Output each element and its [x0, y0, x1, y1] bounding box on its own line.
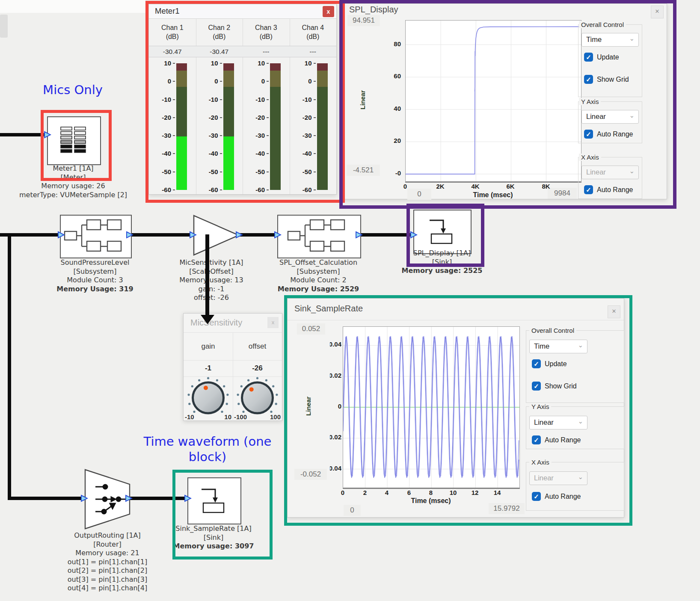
pin-port-icon: [410, 231, 418, 239]
meter-tick-label: 0: [246, 77, 265, 85]
channel-value: ---: [290, 46, 337, 57]
meter-tick-mark: [267, 153, 269, 154]
channel-unit: (dB): [149, 33, 196, 41]
channel-unit: (dB): [196, 33, 243, 41]
knob-max-label: 10: [224, 413, 231, 420]
meter-tick-label: -20: [152, 114, 171, 121]
close-button[interactable]: ✕: [608, 305, 620, 318]
knob-offset[interactable]: -100 100: [233, 376, 282, 421]
spl_display-label: SPL_Display [1A][Sink]Memory usage: 2525: [395, 249, 489, 275]
x-auto-range-checkbox[interactable]: Auto Range: [532, 492, 581, 501]
y-tick-labels-clipped: 0.040.020-0.02-0.04: [330, 326, 342, 487]
block-soundpressurelevel[interactable]: [60, 215, 132, 258]
meter-tick-label: -40: [246, 150, 265, 157]
y-tick-label: 0.02: [330, 372, 341, 379]
sink-plot-area[interactable]: [343, 326, 520, 489]
signal-wire[interactable]: [359, 233, 412, 237]
group-label: X Axis: [529, 459, 552, 466]
group-label: Y Axis: [529, 403, 551, 410]
block-micsensitivity-scaleoffset[interactable]: [192, 213, 242, 258]
close-button[interactable]: ✕: [651, 6, 664, 18]
meter-tick-mark: [267, 172, 269, 172]
meter-channel-3: Chan 3 (dB) --- 10 0 -10 -20 -30 -40 -50…: [243, 18, 290, 194]
signal-wire[interactable]: [0, 133, 45, 136]
overall-mode-select[interactable]: Time: [529, 340, 587, 353]
subsystem-icon: [63, 218, 127, 254]
channel-name: Chan 4: [290, 24, 337, 32]
meter-tick-label: -60: [293, 186, 312, 193]
meter-channels: Chan 1 (dB) -30.47 10 0 -10 -20 -30 -40 …: [149, 18, 336, 194]
signal-wire[interactable]: [238, 233, 276, 237]
note-mics-only: Mics Only: [26, 82, 120, 98]
sound_pressure_level-label: SoundPressureLevel[Subsystem]Module Coun…: [44, 258, 146, 293]
x-start-value: 0: [407, 189, 431, 200]
signal-wire[interactable]: [8, 497, 83, 500]
y-scale-select[interactable]: Linear: [581, 110, 639, 124]
close-button[interactable]: x: [323, 6, 334, 17]
sink-plot-svg: [343, 327, 519, 488]
channel-meter: 10 0 -10 -20 -30 -40 -50 -60: [243, 57, 290, 194]
channel-name: Chan 1: [149, 24, 196, 32]
knob-gain[interactable]: -10 10: [184, 376, 233, 421]
meter-tick-mark: [173, 63, 175, 64]
update-checkbox[interactable]: Update: [584, 53, 619, 62]
x-tick-label: 14: [484, 489, 510, 496]
checkbox-checked-icon: [584, 130, 593, 139]
scrollbar-thumb[interactable]: [0, 15, 8, 38]
signal-wire[interactable]: [8, 233, 11, 500]
meter-tick-label: -50: [246, 168, 265, 175]
show-grid-checkbox[interactable]: Show Grid: [584, 75, 629, 84]
x-tick-label: 8K: [533, 183, 559, 190]
meter-tick-label: -40: [152, 150, 171, 157]
meter-label: Meter1 [1A][Meter]Memory usage: 26meterT…: [13, 164, 133, 199]
label-line: Memory Usage: 2529: [263, 285, 374, 294]
close-icon: x: [327, 8, 330, 15]
update-checkbox[interactable]: Update: [532, 359, 567, 368]
block-spl-offset-calculation[interactable]: [277, 215, 361, 258]
y-min-value: -4.521: [347, 165, 380, 176]
show-grid-checkbox[interactable]: Show Grid: [532, 382, 577, 391]
meter-channel-2: Chan 2 (dB) -30.47 10 0 -10 -20 -30 -40 …: [196, 18, 243, 194]
meter-lit-level: [176, 136, 187, 190]
y-scale-select[interactable]: Linear: [529, 416, 587, 429]
label-line: [Subsystem]: [44, 267, 146, 276]
label-line: out[4] = pin[1].chan[4]: [52, 584, 163, 593]
label-line: SPL_Display [1A]: [395, 249, 489, 258]
meter-tick-mark: [314, 172, 316, 172]
meter-tick-label: -50: [293, 168, 312, 175]
window-titlebar[interactable]: Meter1 x: [149, 4, 336, 19]
block-sink-samplerate[interactable]: [187, 477, 241, 524]
block-meter1[interactable]: [47, 116, 101, 165]
y-auto-range-checkbox[interactable]: Auto Range: [532, 435, 581, 444]
meter-tick-mark: [220, 135, 222, 136]
meter-tick-mark: [220, 81, 222, 82]
param-name: gain: [184, 333, 233, 361]
x-auto-range-checkbox[interactable]: Auto Range: [584, 185, 633, 194]
spl-plot-area[interactable]: [405, 20, 581, 183]
checkbox-checked-icon: [532, 382, 541, 391]
y-tick-label: 80: [382, 40, 401, 47]
label-line: Memory usage: 2525: [395, 266, 489, 275]
signal-wire[interactable]: [128, 497, 185, 500]
group-label: X Axis: [579, 154, 601, 161]
x-scale-select[interactable]: Linear: [581, 166, 639, 179]
block-spl-display[interactable]: [413, 210, 472, 254]
window-title: SPL_Display: [349, 5, 398, 15]
meter-tick-label: 10: [246, 59, 265, 67]
y-axis-label: Linear: [305, 387, 312, 426]
y-auto-range-checkbox[interactable]: Auto Range: [584, 130, 633, 139]
meter-tick-mark: [220, 189, 222, 190]
close-button[interactable]: x: [267, 317, 279, 328]
label-line: MicSensitivity [1A]: [164, 258, 258, 267]
channel-meter: 10 0 -10 -20 -30 -40 -50 -60: [196, 57, 243, 194]
label-line: [Router]: [52, 540, 163, 549]
overall-mode-select[interactable]: Time: [581, 33, 639, 47]
x-scale-select[interactable]: Linear: [529, 471, 587, 485]
y-axis-label: Linear: [359, 81, 366, 119]
channel-meter: 10 0 -10 -20 -30 -40 -50 -60: [290, 57, 337, 194]
meter-tick-mark: [267, 81, 269, 82]
label-line: out[1] = pin[1].chan[1]: [52, 558, 163, 567]
checkbox-checked-icon: [584, 185, 593, 194]
signal-wire[interactable]: [129, 233, 192, 237]
block-outputrouting-router[interactable]: [84, 469, 131, 530]
